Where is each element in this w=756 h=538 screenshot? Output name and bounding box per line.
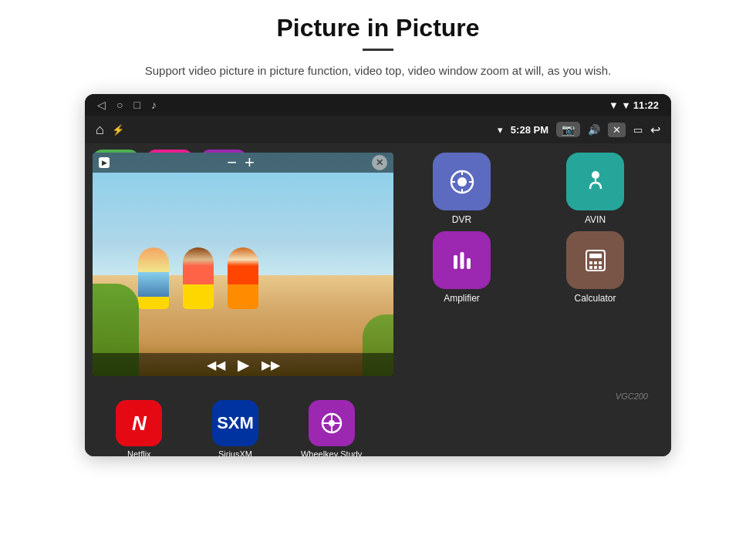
amplifier-label: Amplifier <box>444 293 480 304</box>
top-bar: ⌂ ⚡ ▾ 5:28 PM 📷 🔊 ✕ ▭ ↩ <box>85 116 671 143</box>
svg-point-20 <box>329 420 335 426</box>
wifi-icon: ▾ <box>623 99 629 111</box>
siriusxm-icon-box: SXM <box>212 400 258 446</box>
calculator-svg-icon <box>581 246 610 275</box>
status-bar-right: ▼ ▾ 11:22 <box>609 99 659 111</box>
main-area: ▶ − + ✕ ◀◀ ▶ ▶▶ <box>85 143 671 456</box>
netflix-icon-box: N <box>116 400 162 446</box>
svg-rect-14 <box>594 261 597 264</box>
back-nav-icon[interactable]: ◁ <box>97 99 106 111</box>
svg-rect-17 <box>594 266 597 269</box>
svg-rect-8 <box>454 255 457 269</box>
figure-3 <box>228 247 258 309</box>
siriusxm-icon-text: SXM <box>217 413 254 433</box>
netflix-icon-text: N <box>132 412 147 435</box>
pip-next-btn[interactable]: ▶▶ <box>262 358 280 372</box>
app-siriusxm[interactable]: SXM SiriusXM <box>197 400 274 456</box>
pip-plus-btn[interactable]: + <box>245 153 255 173</box>
camera-btn[interactable]: 📷 <box>556 122 580 137</box>
dvr-icon-box <box>433 153 491 210</box>
back-icon[interactable]: ↩ <box>650 123 660 137</box>
bottom-app-row: N Netflix SXM SiriusXM <box>85 402 386 456</box>
window-icon[interactable]: ▭ <box>633 124 643 136</box>
svg-rect-15 <box>599 261 602 264</box>
home-icon[interactable]: ⌂ <box>96 122 104 138</box>
pip-resize-controls: − + <box>227 153 255 173</box>
svg-rect-12 <box>589 254 602 258</box>
wheelkey-icon-box <box>309 400 355 446</box>
wheelkey-svg-icon <box>319 410 345 436</box>
figure-1 <box>138 247 169 309</box>
app-netflix[interactable]: N Netflix <box>100 400 177 456</box>
status-bar: ◁ ○ □ ♪ ▼ ▾ 11:22 <box>85 94 671 116</box>
app-dvr[interactable]: DVR <box>398 153 525 225</box>
pip-controls-bar: ▶ − + ✕ <box>93 153 393 173</box>
music-nav-icon: ♪ <box>151 99 157 111</box>
title-divider <box>363 49 393 51</box>
recents-nav-icon[interactable]: □ <box>133 99 140 111</box>
figure-2 <box>183 247 214 309</box>
pip-play-btn[interactable]: ▶ <box>238 355 249 374</box>
top-bar-right: ▾ 5:28 PM 📷 🔊 ✕ ▭ ↩ <box>498 122 660 137</box>
watermark: VGC200 <box>616 392 648 401</box>
pip-prev-btn[interactable]: ◀◀ <box>207 358 225 372</box>
close-icon[interactable]: ✕ <box>608 123 626 137</box>
calculator-label: Calculator <box>574 293 616 304</box>
page-subtitle: Support video picture in picture functio… <box>145 62 611 80</box>
location-icon: ▼ <box>609 99 619 111</box>
pip-record-icon: ▶ <box>99 157 110 168</box>
svg-rect-13 <box>589 261 592 264</box>
pip-minus-btn[interactable]: − <box>227 153 237 173</box>
app-wheelkey[interactable]: Wheelkey Study <box>293 400 370 456</box>
svg-point-6 <box>592 171 599 179</box>
pip-figures <box>138 247 258 309</box>
pip-video <box>93 153 393 376</box>
dvr-label: DVR <box>452 214 471 225</box>
amplifier-icon-box <box>433 231 491 289</box>
app-calculator[interactable]: Calculator <box>532 231 659 304</box>
device-frame: ◁ ○ □ ♪ ▼ ▾ 11:22 ⌂ ⚡ ▾ 5:28 PM 📷 🔊 <box>85 94 671 456</box>
status-time: 11:22 <box>633 99 659 111</box>
siriusxm-label: SiriusXM <box>218 449 252 456</box>
wifi-status-icon: ▾ <box>498 124 503 136</box>
calculator-icon-box <box>566 231 624 289</box>
app-amplifier[interactable]: Amplifier <box>398 231 525 304</box>
svg-rect-18 <box>599 266 602 269</box>
right-app-grid: DVR AVIN <box>393 150 663 313</box>
usb-icon: ⚡ <box>112 124 124 136</box>
home-nav-icon[interactable]: ○ <box>116 99 123 111</box>
avin-svg-icon <box>581 167 610 197</box>
pip-close-btn[interactable]: ✕ <box>372 155 387 170</box>
page-container: Picture in Picture Support video picture… <box>0 0 756 538</box>
pip-container[interactable]: ▶ − + ✕ ◀◀ ▶ ▶▶ <box>93 153 393 376</box>
avin-label: AVIN <box>585 214 606 225</box>
svg-point-1 <box>457 177 467 187</box>
app-avin[interactable]: AVIN <box>532 153 659 225</box>
pip-scene <box>93 153 393 376</box>
svg-rect-10 <box>467 258 471 269</box>
netflix-label: Netflix <box>127 449 151 456</box>
top-bar-time: 5:28 PM <box>511 124 548 136</box>
page-title: Picture in Picture <box>276 14 479 42</box>
pip-playback-bar: ◀◀ ▶ ▶▶ <box>93 353 393 376</box>
sound-icon[interactable]: 🔊 <box>588 124 600 136</box>
wheelkey-label: Wheelkey Study <box>301 449 362 456</box>
amplifier-svg-icon <box>447 246 477 275</box>
svg-rect-16 <box>589 266 592 269</box>
svg-rect-9 <box>460 252 464 269</box>
status-bar-left: ◁ ○ □ ♪ <box>97 99 157 111</box>
dvr-svg-icon <box>447 167 477 197</box>
avin-icon-box <box>566 153 624 210</box>
top-bar-left: ⌂ ⚡ <box>96 122 124 138</box>
